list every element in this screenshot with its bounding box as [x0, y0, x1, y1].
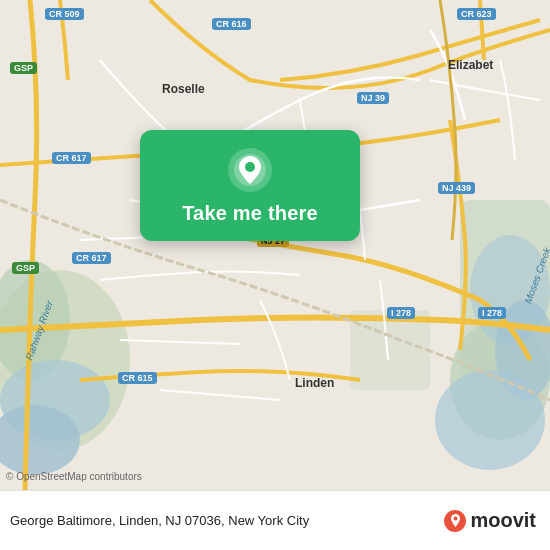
town-label-linden: Linden — [295, 376, 334, 390]
road-badge-cr616: CR 616 — [212, 18, 251, 30]
road-badge-gsp1: GSP — [10, 62, 37, 74]
svg-point-14 — [453, 517, 457, 521]
road-badge-i278a: I 278 — [387, 307, 415, 319]
road-badge-cr617b: CR 617 — [72, 252, 111, 264]
road-badge-nj439: NJ 439 — [438, 182, 475, 194]
road-badge-nj39: NJ 39 — [357, 92, 389, 104]
road-badge-cr623: CR 623 — [457, 8, 496, 20]
road-badge-i278b: I 278 — [478, 307, 506, 319]
road-badge-cr617a: CR 617 — [52, 152, 91, 164]
moovit-pin-icon — [451, 514, 460, 527]
location-info: George Baltimore, Linden, NJ 07036, New … — [10, 513, 444, 528]
moovit-dot-icon — [444, 510, 466, 532]
take-me-there-button[interactable]: Take me there — [182, 202, 318, 225]
svg-point-10 — [435, 370, 545, 470]
popup-card: Take me there — [140, 130, 360, 241]
road-badge-gsp2: GSP — [12, 262, 39, 274]
road-badge-cr615: CR 615 — [118, 372, 157, 384]
moovit-logo: moovit — [444, 509, 536, 532]
map-container: Roselle Elizabet Linden Rahway River Mos… — [0, 0, 550, 490]
attribution-text: © OpenStreetMap contributors — [6, 471, 142, 482]
moovit-brand-name: moovit — [470, 509, 536, 532]
town-label-roselle: Roselle — [162, 82, 205, 96]
town-label-elizabeth: Elizabet — [448, 58, 493, 72]
road-badge-cr509: CR 509 — [45, 8, 84, 20]
location-pin-icon — [228, 148, 272, 192]
svg-point-13 — [245, 162, 255, 172]
bottom-bar: George Baltimore, Linden, NJ 07036, New … — [0, 490, 550, 550]
